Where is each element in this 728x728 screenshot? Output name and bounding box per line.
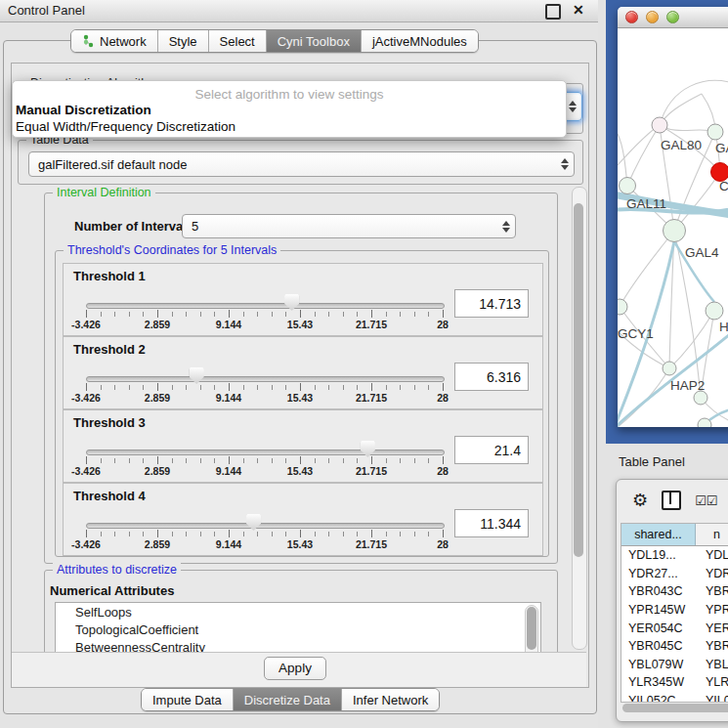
slider-tick-label: 9.144: [216, 319, 241, 330]
split-view-icon[interactable]: [662, 491, 681, 510]
table-horizontal-scrollbar[interactable]: [621, 703, 728, 714]
threshold-panel-3: Threshold 3-3.4262.8599.14415.4321.71528…: [63, 409, 543, 483]
tab-style[interactable]: Style: [158, 30, 209, 52]
table-row[interactable]: YDR27...YDR2: [621, 565, 728, 583]
network-node-gcy1[interactable]: [618, 299, 627, 315]
tab-label: Cyni Toolbox: [278, 34, 350, 49]
table-cell: YIL052C: [621, 694, 696, 703]
slider-major-tick: [300, 310, 301, 318]
discretize-data-page: Discretization Algorithm Table Data galF…: [11, 63, 589, 688]
threshold-value-field[interactable]: 14.713: [454, 289, 529, 318]
network-node[interactable]: [698, 418, 711, 427]
attribute-list-item[interactable]: BetweennessCentrality: [56, 638, 540, 653]
threshold-label: Threshold 2: [73, 342, 146, 357]
node-label: HAP2: [670, 378, 705, 393]
slider-tick-label: 28: [437, 538, 449, 550]
table-row[interactable]: YDL19...YDL1: [621, 546, 728, 565]
column-header-1[interactable]: shared...: [621, 524, 696, 545]
slider-track[interactable]: [86, 303, 445, 309]
select-columns-icon[interactable]: ☑☑: [695, 493, 717, 508]
top-tab-bar: NetworkStyleSelectCyni ToolboxjActiveMNo…: [70, 29, 479, 53]
tab-label: Impute Data: [152, 693, 222, 707]
table-row[interactable]: YIL052CYIL0: [621, 692, 728, 703]
table-row[interactable]: YBL079WYBL0: [621, 656, 728, 674]
tab-label: Select: [220, 34, 255, 49]
scrollbar-thumb[interactable]: [622, 704, 728, 712]
number-of-intervals-value: 5: [183, 219, 497, 234]
node-label: GAL80: [661, 138, 702, 152]
float-icon[interactable]: [545, 4, 561, 20]
slider-tick-label: 2.859: [145, 319, 170, 330]
network-node-gal80[interactable]: [652, 117, 667, 133]
slider-track[interactable]: [86, 376, 445, 382]
close-icon[interactable]: ✕: [573, 2, 584, 18]
table-row[interactable]: YER054CYER0: [621, 619, 728, 637]
slider-major-tick: [157, 530, 158, 537]
table-cell: YLR3: [696, 675, 728, 689]
node-table[interactable]: shared...n YDL19...YDL1YDR27...YDR2YBR04…: [621, 523, 728, 703]
table-row[interactable]: YBR043CYBR0: [621, 582, 728, 601]
network-node-gal11[interactable]: [620, 178, 636, 194]
node-label: H: [719, 320, 728, 334]
numerical-attributes-list[interactable]: SelfLoopsTopologicalCoefficientBetweenne…: [55, 602, 541, 653]
column-header-2[interactable]: n: [696, 524, 728, 545]
slider-major-tick: [443, 530, 444, 537]
number-of-intervals-combobox[interactable]: 5: [182, 214, 516, 238]
table-data-combobox[interactable]: galFiltered.sif default node: [28, 151, 575, 177]
slider-major-tick: [300, 456, 301, 464]
network-node-hap2[interactable]: [663, 362, 676, 375]
zoom-traffic-icon[interactable]: [666, 11, 679, 23]
threshold-value-field[interactable]: 11.344: [454, 509, 529, 537]
table-toolbar: ⚙ ☑☑: [617, 480, 728, 521]
table-panel-title: Table Panel: [619, 454, 685, 469]
slider-track[interactable]: [86, 450, 445, 455]
tab-discretize-data[interactable]: Discretize Data: [234, 689, 342, 710]
tab-network[interactable]: Network: [71, 30, 158, 52]
apply-button[interactable]: Apply: [264, 657, 326, 680]
apply-row: Apply: [12, 652, 586, 687]
network-node-ga[interactable]: [707, 124, 723, 140]
dropdown-item-manual-discretization[interactable]: Manual Discretization: [16, 103, 151, 117]
slider-tick-label: -3.426: [71, 319, 101, 330]
settings-vertical-scrollbar[interactable]: [572, 187, 587, 650]
network-view-window[interactable]: GAL80GACGAL11GAL4GCY1HHAP2: [618, 7, 728, 427]
slider-tick-label: 21.715: [356, 465, 387, 477]
network-node[interactable]: [694, 391, 707, 405]
slider-minor-ticks: [86, 532, 444, 536]
tab-infer-network[interactable]: Infer Network: [342, 689, 439, 710]
attribute-list-item[interactable]: SelfLoops: [56, 603, 540, 621]
threshold-value-field[interactable]: 6.316: [454, 363, 529, 391]
minimize-traffic-icon[interactable]: [646, 11, 659, 23]
network-node-gal4[interactable]: [664, 220, 686, 242]
slider-minor-ticks: [86, 458, 444, 463]
tab-cyni-toolbox[interactable]: Cyni Toolbox: [267, 30, 362, 52]
gear-icon[interactable]: ⚙: [632, 492, 648, 509]
scrollbar-thumb[interactable]: [527, 607, 536, 650]
close-traffic-icon[interactable]: [625, 11, 638, 23]
threshold-value-field[interactable]: 21.4: [454, 436, 529, 464]
slider-track[interactable]: [86, 523, 445, 529]
table-cell: YBR045C: [621, 639, 696, 653]
attributes-list-scrollbar[interactable]: [525, 605, 538, 653]
dropdown-prompt: Select algorithm to view settings: [13, 87, 566, 102]
network-graph-canvas[interactable]: GAL80GACGAL11GAL4GCY1HHAP2: [618, 28, 728, 427]
scrollbar-thumb[interactable]: [574, 203, 583, 557]
tab-label: Infer Network: [353, 693, 428, 707]
network-node-h[interactable]: [706, 302, 723, 320]
table-cell: YPR145W: [621, 603, 696, 617]
dropdown-item-equal-width-frequency[interactable]: Equal Width/Frequency Discretization: [16, 119, 236, 134]
node-label: C: [719, 179, 728, 193]
tab-impute-data[interactable]: Impute Data: [142, 689, 234, 710]
tab-select[interactable]: Select: [209, 30, 267, 52]
table-row[interactable]: YPR145WYPR1: [621, 601, 728, 620]
tab-jactivemnodules[interactable]: jActiveMNodules: [362, 30, 478, 52]
table-row[interactable]: YLR345WYLR3: [621, 673, 728, 692]
attribute-list-item[interactable]: TopologicalCoefficient: [56, 621, 540, 638]
slider-tick-label: 15.43: [287, 465, 313, 477]
slider-tick-label: 21.715: [356, 319, 387, 330]
settings-scroll-viewport: Interval Definition Number of Intervals …: [14, 183, 571, 653]
slider-tick-label: 9.144: [216, 538, 241, 550]
slider-tick-label: 9.144: [216, 392, 241, 404]
table-row[interactable]: YBR045CYBR0: [621, 637, 728, 656]
threshold-panel-2: Threshold 2-3.4262.8599.14415.4321.71528…: [63, 336, 543, 409]
